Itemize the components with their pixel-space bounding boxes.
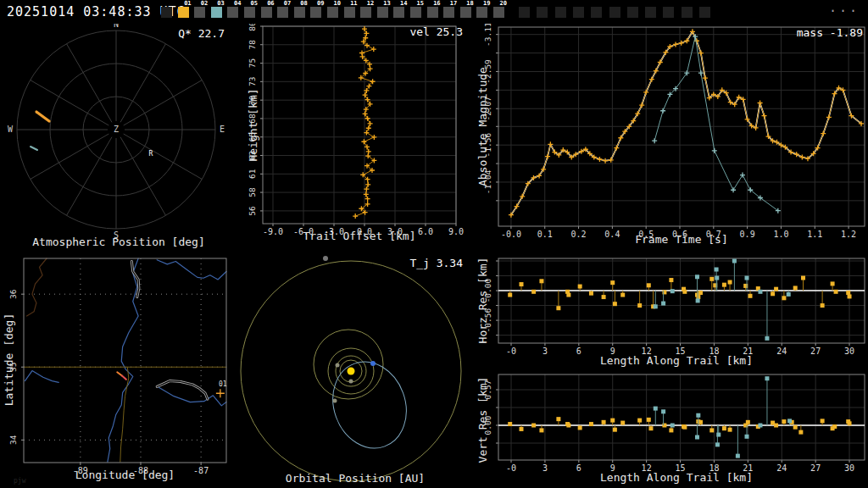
frame-square[interactable] [609, 7, 620, 18]
atmospheric-position-caption: Atmospheric Position [deg] [0, 236, 237, 248]
frame-square[interactable] [519, 7, 530, 18]
utc-clock: 20251014 03:48:33 UTC [7, 4, 186, 19]
light-curve-plot: -0.00.10.20.40.50.60.70.91.01.11.2-3.11-… [475, 24, 868, 250]
frame-label: 17 [450, 0, 457, 7]
horizontal-residuals-plot: -036912151821242730-0.00-0.56 [475, 250, 868, 369]
frame-square-16[interactable]: 16 [427, 7, 438, 18]
length-along-trail-axis-label-1: Length Along Trail [km] [498, 354, 854, 367]
frame-label: 18 [466, 0, 473, 7]
frame-label: 11 [350, 0, 357, 7]
frame-label: 03 [217, 0, 224, 7]
svg-text:-3.11: -3.11 [483, 24, 492, 47]
frame-square-10[interactable]: 10 [327, 7, 338, 18]
svg-text:R: R [149, 150, 153, 158]
frame-label: 02 [201, 0, 208, 7]
frame-square[interactable] [663, 7, 674, 18]
light-curve-panel: -0.00.10.20.40.50.60.70.91.01.11.2-3.11-… [475, 24, 868, 250]
frame-square-14[interactable]: 14 [393, 7, 404, 18]
frame-label: 05 [251, 0, 258, 7]
frame-label: 08 [300, 0, 307, 7]
frame-square[interactable] [699, 7, 710, 18]
frame-label: 15 [417, 0, 424, 7]
top-bar: 20251014 03:48:33 UTC 010203040506070809… [0, 0, 868, 24]
frame-square-09[interactable]: 09 [310, 7, 321, 18]
horizontal-residuals-panel: -036912151821242730-0.00-0.56 Length Alo… [475, 250, 868, 369]
vertical-residuals-plot: -0369121518212427300.570.00 [475, 369, 868, 488]
svg-text:W: W [8, 125, 14, 134]
svg-text:56: 56 [248, 206, 257, 216]
svg-text:E: E [220, 125, 225, 134]
orbital-plot [236, 250, 475, 488]
velocity-profile-panel: -9.0-6.0-3.00.03.06.09.08078757370686563… [246, 24, 475, 250]
mass-title: mass -1.89 [797, 26, 863, 39]
frame-square-06[interactable]: 06 [261, 7, 272, 18]
frame-square-04[interactable]: 04 [227, 7, 238, 18]
frame-square-03[interactable]: 03 [211, 7, 222, 18]
frame-square[interactable] [645, 7, 656, 18]
frame-square-05[interactable]: 05 [244, 7, 255, 18]
ground-map-plot: -89-88-8736353401 [0, 250, 237, 488]
frame-square-01[interactable]: 01 [178, 7, 189, 18]
vertical-residuals-panel: -0369121518212427300.570.00 Length Along… [475, 369, 868, 488]
frame-square-07[interactable]: 07 [277, 7, 288, 18]
frame-square-02[interactable]: 02 [194, 7, 205, 18]
atmospheric-position-panel: NSEWZR Q* 22.7 Atmospheric Position [deg… [0, 24, 246, 250]
vel-title: vel 25.3 [409, 25, 463, 38]
svg-text:Z: Z [114, 125, 119, 134]
latitude-axis-label: Latitude [deg] [3, 309, 15, 411]
svg-text:34: 34 [8, 435, 18, 445]
frame-square[interactable] [161, 7, 172, 18]
frame-label: 09 [317, 0, 324, 7]
frame-square[interactable] [591, 7, 602, 18]
svg-text:N: N [114, 24, 119, 29]
frame-label: 04 [234, 0, 241, 7]
frame-label: 07 [284, 0, 291, 7]
ground-map-panel: -89-88-8736353401 Longitude [deg] Latitu… [0, 250, 237, 488]
longitude-axis-label: Longitude [deg] [24, 469, 226, 481]
svg-text:58: 58 [248, 187, 257, 197]
height-axis-label: Height [km] [247, 75, 259, 176]
frame-square-13[interactable]: 13 [377, 7, 388, 18]
frame-square-12[interactable]: 12 [360, 7, 371, 18]
svg-text:01: 01 [219, 380, 227, 388]
q-star-title: Q* 22.7 [178, 27, 225, 40]
vert-res-axis-label: Vert Res [km] [476, 374, 489, 467]
frame-square[interactable] [627, 7, 638, 18]
svg-text:80: 80 [248, 24, 257, 31]
frame-label: 14 [400, 0, 407, 7]
svg-text:78: 78 [248, 40, 257, 50]
frame-label: 10 [334, 0, 341, 7]
frame-label: 19 [483, 0, 490, 7]
frame-square-17[interactable]: 17 [443, 7, 454, 18]
orbital-position-panel: T_j 3.34 Orbital Position [AU] [236, 250, 475, 488]
frame-square[interactable] [555, 7, 566, 18]
frame-square-15[interactable]: 15 [410, 7, 421, 18]
frame-label: 16 [433, 0, 440, 7]
frame-label: 13 [383, 0, 390, 7]
trail-offset-axis-label: Trail Offset [km] [263, 230, 456, 242]
frame-square-08[interactable]: 08 [294, 7, 305, 18]
polar-plot: NSEWZR [0, 24, 246, 250]
frame-label: 12 [367, 0, 374, 7]
length-along-trail-axis-label-2: Length Along Trail [km] [498, 471, 854, 484]
orbital-position-caption: Orbital Position [AU] [236, 472, 475, 485]
frame-label: 01 [184, 0, 191, 7]
overflow-menu[interactable]: ... [829, 0, 860, 15]
svg-text:36: 36 [8, 289, 18, 299]
tisserand-title: T_j 3.34 [409, 257, 463, 269]
frame-square[interactable] [682, 7, 693, 18]
frame-square[interactable] [537, 7, 548, 18]
horz-res-axis-label: Horz Res [km] [476, 254, 489, 347]
svg-text:75: 75 [248, 58, 257, 68]
frame-square-19[interactable]: 19 [476, 7, 487, 18]
velocity-plot: -9.0-6.0-3.00.03.06.09.08078757370686563… [246, 24, 475, 250]
frame-label: 20 [500, 0, 507, 7]
watermark: pjw [14, 477, 25, 485]
frame-square[interactable] [573, 7, 584, 18]
frame-square-18[interactable]: 18 [460, 7, 471, 18]
absolute-magnitude-axis-label: Absolute Magnitude [476, 55, 489, 199]
frame-square-20[interactable]: 20 [493, 7, 504, 18]
frame-square-11[interactable]: 11 [344, 7, 355, 18]
frame-time-axis-label: Frame Time [s] [498, 233, 865, 246]
frame-label: 06 [267, 0, 274, 7]
